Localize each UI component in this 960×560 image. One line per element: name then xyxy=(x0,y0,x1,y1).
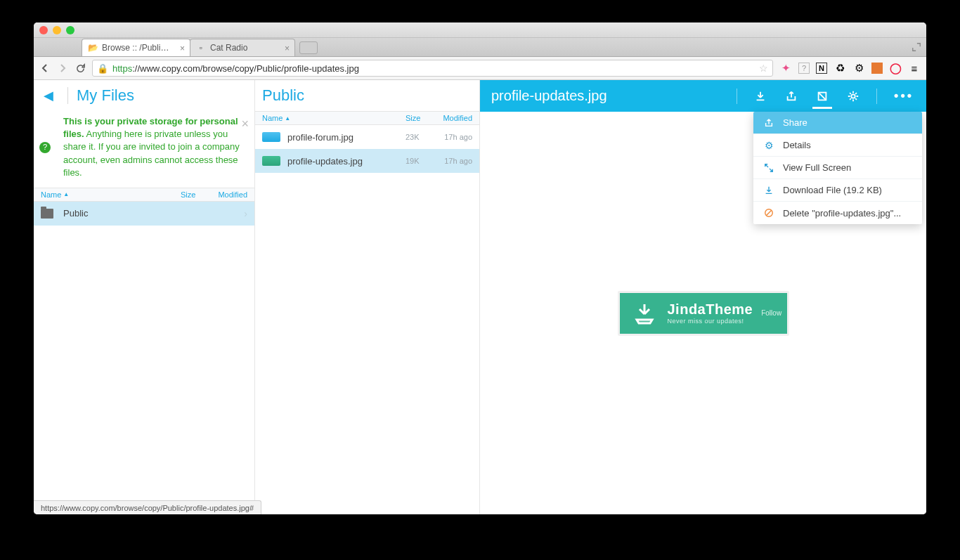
app-content: ◀ My Files ? This is your private storag… xyxy=(34,80,926,514)
sort-caret-icon: ▲ xyxy=(63,191,69,197)
files-header-size[interactable]: Size xyxy=(406,114,434,122)
minimize-window-button[interactable] xyxy=(53,26,61,34)
close-tab-icon[interactable]: × xyxy=(180,44,185,53)
close-banner-icon[interactable]: × xyxy=(241,115,249,133)
browser-tabbar: 📂 Browse :: /Public/profile-u... × ▫ Cat… xyxy=(34,38,926,57)
sidebar-header: ◀ My Files xyxy=(34,80,254,111)
brand-name: JindaTheme xyxy=(668,301,753,318)
settings-icon[interactable] xyxy=(845,80,861,112)
extension-color-icon[interactable]: ✦ xyxy=(779,62,792,74)
browser-tab-inactive[interactable]: ▫ Cat Radio × xyxy=(190,39,295,56)
url-protocol: https xyxy=(112,63,132,74)
file-header-bar: profile-updates.jpg ••• xyxy=(480,80,926,112)
detail-column: profile-updates.jpg ••• xyxy=(480,80,926,514)
sidebar-header-size[interactable]: Size xyxy=(181,190,209,199)
menu-delete[interactable]: Delete "profile-updates.jpg"... xyxy=(753,202,922,224)
expand-icon[interactable] xyxy=(912,42,921,52)
more-icon[interactable]: ••• xyxy=(893,80,915,112)
file-thumb-icon xyxy=(262,156,280,166)
share-icon xyxy=(763,118,774,128)
extension-opera-icon[interactable]: ◯ xyxy=(889,62,902,74)
extension-orange-icon[interactable] xyxy=(871,63,883,74)
browser-tab-active[interactable]: 📂 Browse :: /Public/profile-u... × xyxy=(82,39,190,56)
close-tab-icon[interactable]: × xyxy=(285,44,290,53)
brand-tagline: Never miss our updates! xyxy=(668,318,753,325)
download-badge-icon xyxy=(630,299,659,328)
tab-label: Browse :: /Public/profile-u... xyxy=(102,43,170,53)
extension-gear-icon[interactable]: ⚙ xyxy=(852,62,865,74)
extension-recycle-icon[interactable]: ♻ xyxy=(833,62,846,74)
file-title: profile-updates.jpg xyxy=(491,88,737,104)
file-header-actions: ••• xyxy=(737,80,915,112)
divider xyxy=(67,87,68,104)
bookmark-star-icon[interactable]: ☆ xyxy=(759,63,768,74)
actions-dropdown: Share ⚙ Details View Full Screen Downloa… xyxy=(753,112,922,224)
close-window-button[interactable] xyxy=(39,26,48,34)
svg-point-1 xyxy=(851,94,855,98)
sort-caret-icon: ▲ xyxy=(285,115,290,122)
files-table-header: Name▲ Size Modified xyxy=(255,111,479,125)
info-rest-text: Anything here is private unless you shar… xyxy=(63,129,240,178)
file-size: 19K xyxy=(406,157,434,165)
menu-download[interactable]: Download File (19.2 KB) xyxy=(753,179,922,202)
file-modified: 17h ago xyxy=(434,133,472,141)
extension-icons: ✦ ? N ♻ ⚙ ◯ ≡ xyxy=(779,62,921,74)
sidebar-header-name[interactable]: Name▲ xyxy=(41,190,181,199)
forward-button[interactable] xyxy=(57,63,68,74)
lock-icon: 🔒 xyxy=(97,63,108,74)
menu-share[interactable]: Share xyxy=(753,112,922,134)
folder-icon xyxy=(41,209,56,219)
share-icon[interactable] xyxy=(784,80,799,112)
new-tab-button[interactable] xyxy=(299,41,318,54)
download-icon[interactable] xyxy=(753,80,768,112)
files-column: Public Name▲ Size Modified profile-forum… xyxy=(255,80,480,514)
sidebar-column: ◀ My Files ? This is your private storag… xyxy=(34,80,255,514)
file-thumb-icon xyxy=(262,132,280,142)
page-favicon: ▫ xyxy=(196,43,206,53)
status-url: https://www.copy.com/browse/copy/Public/… xyxy=(41,504,254,512)
address-bar[interactable]: 🔒 https://www.copy.com/browse/copy/Publi… xyxy=(92,60,773,77)
menu-fullscreen[interactable]: View Full Screen xyxy=(753,157,922,179)
menu-label: Delete "profile-updates.jpg"... xyxy=(783,208,901,219)
zoom-window-button[interactable] xyxy=(66,26,74,34)
extension-n-icon[interactable]: N xyxy=(816,63,827,74)
menu-label: Download File (19.2 KB) xyxy=(783,185,882,195)
menu-label: View Full Screen xyxy=(783,162,851,173)
help-badge-icon[interactable]: ? xyxy=(39,142,51,153)
file-name: profile-updates.jpg xyxy=(287,156,406,167)
file-size: 23K xyxy=(406,133,434,141)
file-row-selected[interactable]: profile-updates.jpg 19K 17h ago xyxy=(255,149,479,173)
file-row[interactable]: profile-forum.jpg 23K 17h ago xyxy=(255,125,479,149)
expand-icon xyxy=(763,163,774,173)
menu-label: Share xyxy=(783,117,807,128)
file-modified: 17h ago xyxy=(434,157,472,165)
sidebar-header-modified[interactable]: Modified xyxy=(209,190,247,199)
extension-help-icon[interactable]: ? xyxy=(798,63,810,74)
follow-badge: Follow xyxy=(761,309,781,317)
sidebar-back-icon[interactable]: ◀ xyxy=(44,88,53,103)
browser-window: 📂 Browse :: /Public/profile-u... × ▫ Cat… xyxy=(34,22,926,514)
window-titlebar xyxy=(34,22,926,38)
sidebar-item-label: Public xyxy=(63,208,244,219)
back-button[interactable] xyxy=(39,63,51,74)
follow-label: Follow xyxy=(761,309,781,317)
gear-icon: ⚙ xyxy=(763,140,774,151)
files-header-name[interactable]: Name▲ xyxy=(262,114,406,122)
info-banner: ? This is your private storage for perso… xyxy=(34,111,254,188)
sidebar-title: My Files xyxy=(77,86,134,105)
delete-icon xyxy=(763,208,774,218)
files-title: Public xyxy=(262,86,304,105)
download-icon xyxy=(763,185,774,195)
hamburger-menu-icon[interactable]: ≡ xyxy=(908,62,921,74)
menu-details[interactable]: ⚙ Details xyxy=(753,134,922,157)
menu-label: Details xyxy=(783,140,811,150)
sidebar-table-header: Name▲ Size Modified xyxy=(34,188,254,202)
file-name: profile-forum.jpg xyxy=(287,132,406,143)
sidebar-item-public[interactable]: Public › xyxy=(34,202,254,226)
browser-toolbar: 🔒 https://www.copy.com/browse/copy/Publi… xyxy=(34,57,926,80)
reload-button[interactable] xyxy=(74,63,86,74)
crop-icon[interactable] xyxy=(815,80,830,112)
preview-image: JindaTheme Never miss our updates! Follo… xyxy=(618,291,789,336)
separator xyxy=(876,89,877,104)
files-header-modified[interactable]: Modified xyxy=(434,114,472,122)
